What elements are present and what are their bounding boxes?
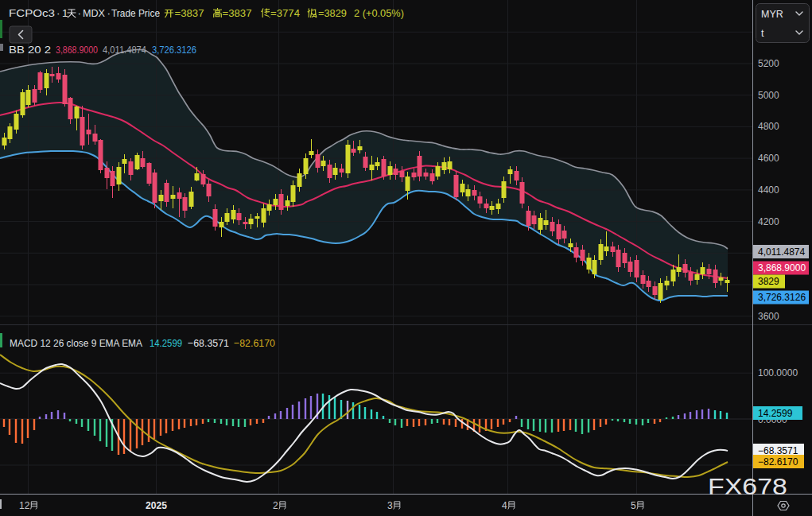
svg-text:3600: 3600	[758, 311, 779, 322]
svg-text:2025: 2025	[146, 500, 167, 511]
svg-text:3,868.9000: 3,868.9000	[758, 262, 806, 274]
svg-text:3829: 3829	[758, 276, 779, 287]
svg-text:5200: 5200	[758, 58, 779, 69]
svg-text:4400: 4400	[758, 184, 779, 196]
svg-text:MDX: MDX	[83, 7, 105, 19]
svg-text:4600: 4600	[758, 153, 779, 164]
svg-text:FCPOc3: FCPOc3	[9, 7, 55, 19]
svg-text:−68.3571: −68.3571	[188, 337, 229, 349]
svg-text:5: 5	[631, 500, 636, 511]
svg-text:4800: 4800	[758, 121, 779, 132]
svg-text:t: t	[761, 28, 764, 39]
svg-text:−82.6170: −82.6170	[234, 337, 275, 349]
svg-text:3: 3	[387, 500, 393, 511]
svg-text:3,868.9000: 3,868.9000	[56, 44, 98, 56]
svg-text:Trade Price: Trade Price	[111, 7, 160, 19]
svg-text:=3829: =3829	[318, 7, 347, 19]
svg-text:4,011.4874: 4,011.4874	[758, 246, 805, 258]
svg-text:=3837: =3837	[223, 7, 252, 19]
svg-text:BB 20 2: BB 20 2	[9, 44, 51, 56]
svg-text:4: 4	[502, 500, 507, 511]
svg-text:2: 2	[273, 500, 278, 511]
svg-text:−82.6170: −82.6170	[758, 456, 798, 468]
svg-text:4200: 4200	[758, 216, 779, 227]
svg-text:·: ·	[78, 7, 82, 19]
svg-text:=3774: =3774	[270, 7, 300, 19]
svg-text:4,011.4874: 4,011.4874	[103, 44, 146, 56]
svg-text:1: 1	[62, 7, 68, 19]
svg-text:MACD 12 26 close 9 EMA EMA: MACD 12 26 close 9 EMA EMA	[10, 337, 142, 349]
svg-text:·: ·	[56, 7, 60, 19]
svg-text:MYR: MYR	[761, 9, 783, 20]
svg-text:100.0000: 100.0000	[758, 367, 798, 378]
svg-text:2 (+0.05%): 2 (+0.05%)	[354, 7, 404, 19]
svg-text:14.2599: 14.2599	[758, 408, 793, 419]
svg-text:=3837: =3837	[175, 7, 204, 19]
svg-text:3,726.3126: 3,726.3126	[152, 44, 196, 56]
svg-text:−68.3571: −68.3571	[758, 445, 798, 456]
svg-text:·: ·	[107, 7, 111, 19]
svg-text:5000: 5000	[758, 90, 779, 101]
svg-text:14.2599: 14.2599	[150, 337, 182, 349]
svg-text:3,726.3126: 3,726.3126	[758, 292, 806, 303]
svg-text:12: 12	[19, 500, 30, 511]
svg-text:FX678: FX678	[708, 473, 787, 499]
